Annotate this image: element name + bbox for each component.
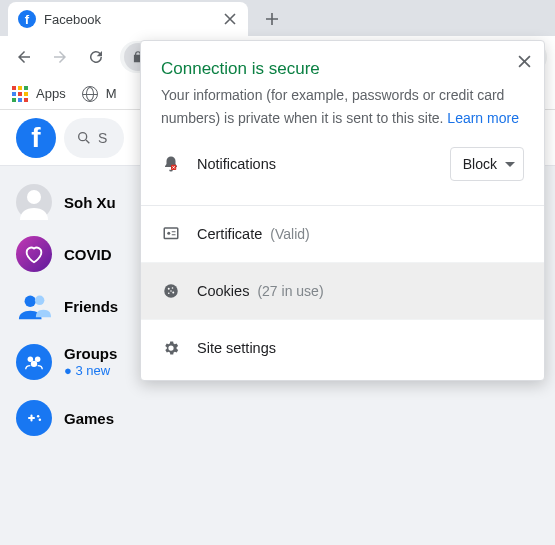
svg-point-17 (170, 290, 172, 292)
sidebar-label: Games (64, 410, 114, 427)
svg-point-11 (167, 232, 170, 235)
groups-icon (16, 344, 52, 380)
popup-row-notifications: Notifications Block (141, 129, 544, 199)
sidebar-label: Soh Xu (64, 194, 116, 211)
bookmark-label[interactable]: M (106, 86, 117, 101)
cookies-label: Cookies (197, 283, 249, 299)
popup-row-cookies[interactable]: Cookies (27 in use) (141, 263, 544, 319)
sidebar-item-games[interactable]: Games (8, 394, 547, 442)
certificate-label: Certificate (197, 226, 262, 242)
svg-point-8 (39, 418, 42, 421)
svg-point-2 (25, 296, 36, 307)
tab-strip: f Facebook (0, 0, 555, 36)
reload-button[interactable] (80, 41, 112, 73)
svg-point-13 (168, 288, 170, 290)
fb-search[interactable]: S (64, 118, 124, 158)
apps-label[interactable]: Apps (36, 86, 66, 101)
svg-rect-10 (164, 228, 178, 239)
site-settings-label: Site settings (197, 340, 524, 356)
sidebar-label: Groups (64, 345, 117, 363)
new-tab-button[interactable] (258, 5, 286, 33)
groups-new-badge: ● 3 new (64, 363, 117, 379)
notifications-label: Notifications (197, 156, 434, 172)
forward-button[interactable] (44, 41, 76, 73)
site-info-popup: Connection is secure Your information (f… (140, 40, 545, 381)
chevron-down-icon (505, 162, 515, 167)
svg-point-3 (35, 296, 44, 305)
svg-point-0 (79, 132, 87, 140)
popup-description: Your information (for example, passwords… (141, 85, 544, 129)
fb-search-placeholder: S (98, 130, 107, 146)
friends-icon (16, 288, 52, 324)
popup-row-certificate[interactable]: Certificate (Valid) (141, 206, 544, 262)
svg-point-1 (27, 190, 41, 204)
tab-title: Facebook (44, 12, 222, 27)
svg-point-15 (172, 292, 174, 294)
tab-close-icon[interactable] (222, 11, 238, 27)
sidebar-label: COVID (64, 246, 112, 263)
browser-tab[interactable]: f Facebook (8, 2, 248, 36)
svg-point-14 (172, 287, 174, 289)
learn-more-link[interactable]: Learn more (447, 108, 519, 129)
certificate-icon (161, 225, 181, 243)
notifications-dropdown[interactable]: Block (450, 147, 524, 181)
cookie-icon (161, 282, 181, 300)
back-button[interactable] (8, 41, 40, 73)
svg-point-7 (37, 415, 40, 418)
sidebar-label: Friends (64, 298, 118, 315)
svg-point-6 (31, 361, 37, 367)
globe-icon[interactable] (82, 86, 98, 102)
popup-title: Connection is secure (141, 41, 544, 85)
games-icon (16, 400, 52, 436)
svg-point-16 (168, 292, 170, 294)
fb-logo[interactable]: f (16, 118, 56, 158)
gear-icon (161, 339, 181, 357)
notifications-value: Block (463, 156, 497, 172)
covid-icon (16, 236, 52, 272)
search-icon (76, 130, 92, 146)
popup-row-site-settings[interactable]: Site settings (141, 320, 544, 376)
tab-favicon: f (18, 10, 36, 28)
popup-close-button[interactable] (512, 49, 536, 73)
bell-icon (161, 155, 181, 173)
certificate-status: (Valid) (270, 226, 309, 242)
avatar-icon (16, 184, 52, 220)
apps-icon[interactable] (12, 86, 28, 102)
cookies-status: (27 in use) (257, 283, 323, 299)
